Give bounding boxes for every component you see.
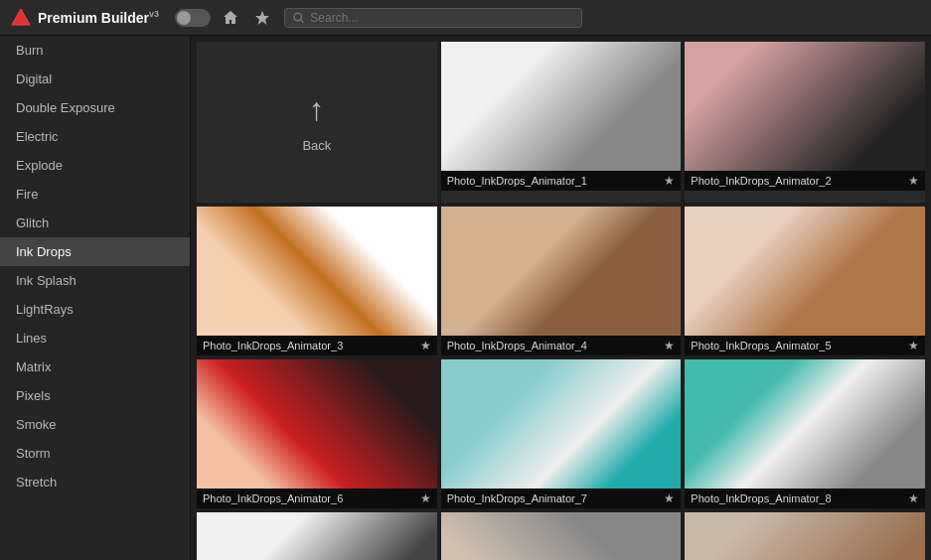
sidebar-item-lines[interactable]: Lines [0, 324, 190, 352]
svg-point-2 [294, 13, 302, 21]
item-star-icon[interactable]: ★ [908, 339, 919, 352]
grid-item-item-11[interactable]: Photo_InkDrops_Animator_11 ★ [685, 512, 925, 560]
item-name: Photo_InkDrops_Animator_1 [447, 175, 587, 187]
search-input[interactable] [310, 11, 573, 25]
sidebar-item-burn[interactable]: Burn [0, 36, 190, 65]
item-thumbnail [197, 512, 437, 560]
sidebar-item-ink-splash[interactable]: Ink Splash [0, 266, 190, 295]
sidebar-item-explode[interactable]: Explode [0, 151, 190, 180]
app-header: Premium Builderv3 [0, 0, 931, 36]
item-thumbnail [685, 42, 925, 171]
logo-icon [10, 7, 32, 29]
item-name: Photo_InkDrops_Animator_8 [691, 492, 831, 504]
sidebar: BurnDigitalDouble ExposureElectricExplod… [0, 36, 191, 560]
svg-marker-1 [255, 11, 269, 25]
main-layout: BurnDigitalDouble ExposureElectricExplod… [0, 36, 931, 560]
item-star-icon[interactable]: ★ [908, 174, 919, 188]
sidebar-item-matrix[interactable]: Matrix [0, 352, 190, 381]
item-thumbnail [441, 207, 682, 336]
item-name: Photo_InkDrops_Animator_2 [691, 175, 831, 187]
search-icon [293, 12, 304, 24]
sidebar-item-digital[interactable]: Digital [0, 65, 190, 93]
item-star-icon[interactable]: ★ [420, 339, 431, 352]
sidebar-item-stretch[interactable]: Stretch [0, 468, 190, 496]
header-controls [175, 8, 274, 28]
sidebar-item-electric[interactable]: Electric [0, 122, 190, 151]
item-thumbnail [441, 42, 682, 171]
sidebar-item-lightrays[interactable]: LightRays [0, 295, 190, 324]
sidebar-item-fire[interactable]: Fire [0, 180, 190, 209]
grid-item-item-5[interactable]: Photo_InkDrops_Animator_5 ★ [685, 207, 925, 355]
item-thumbnail [441, 359, 682, 489]
item-name: Photo_InkDrops_Animator_6 [203, 492, 343, 504]
item-label: Photo_InkDrops_Animator_8 ★ [685, 489, 925, 508]
search-bar[interactable] [284, 8, 582, 28]
item-star-icon[interactable]: ★ [908, 491, 919, 505]
svg-marker-0 [12, 9, 30, 25]
item-thumbnail [685, 359, 925, 489]
item-thumbnail [685, 207, 925, 336]
item-label: Photo_InkDrops_Animator_4 ★ [441, 336, 682, 355]
item-label: Photo_InkDrops_Animator_5 ★ [685, 336, 925, 355]
item-label: Photo_InkDrops_Animator_1 ★ [441, 171, 682, 191]
back-label: Back [302, 138, 331, 153]
item-name: Photo_InkDrops_Animator_5 [691, 340, 831, 351]
item-label: Photo_InkDrops_Animator_7 ★ [441, 489, 682, 508]
sidebar-item-pixels[interactable]: Pixels [0, 381, 190, 410]
favorites-button[interactable] [250, 8, 274, 28]
svg-line-3 [301, 19, 304, 22]
item-star-icon[interactable]: ★ [664, 339, 675, 352]
item-label: Photo_InkDrops_Animator_3 ★ [197, 336, 437, 355]
content-area: ↑ Back Photo_InkDrops_Animator_1 ★ Photo… [191, 36, 931, 560]
item-name: Photo_InkDrops_Animator_7 [447, 492, 587, 504]
grid-item-item-7[interactable]: Photo_InkDrops_Animator_7 ★ [441, 359, 682, 508]
item-thumbnail [441, 512, 682, 560]
app-title: Premium Builderv3 [38, 9, 159, 26]
toggle-switch[interactable] [175, 9, 211, 27]
grid-item-item-8[interactable]: Photo_InkDrops_Animator_8 ★ [685, 359, 925, 508]
sidebar-item-glitch[interactable]: Glitch [0, 209, 190, 237]
grid-item-item-2[interactable]: Photo_InkDrops_Animator_2 ★ [685, 42, 925, 203]
home-button[interactable] [219, 8, 242, 28]
item-label: Photo_InkDrops_Animator_6 ★ [197, 489, 437, 508]
back-arrow-icon: ↑ [309, 91, 325, 128]
item-thumbnail [197, 359, 437, 489]
grid-item-item-10[interactable]: Photo_InkDrops_Animator_10 ★ [441, 512, 682, 560]
sidebar-item-ink-drops[interactable]: Ink Drops [0, 237, 190, 266]
item-star-icon[interactable]: ★ [664, 491, 675, 505]
item-thumbnail [197, 207, 437, 336]
logo: Premium Builderv3 [10, 7, 159, 29]
item-star-icon[interactable]: ★ [420, 491, 431, 505]
content-grid: ↑ Back Photo_InkDrops_Animator_1 ★ Photo… [197, 42, 925, 560]
grid-item-item-1[interactable]: Photo_InkDrops_Animator_1 ★ [441, 42, 682, 203]
grid-item-item-6[interactable]: Photo_InkDrops_Animator_6 ★ [197, 359, 437, 508]
item-star-icon[interactable]: ★ [664, 174, 675, 188]
sidebar-item-double-exposure[interactable]: Double Exposure [0, 93, 190, 122]
sidebar-item-smoke[interactable]: Smoke [0, 410, 190, 439]
grid-item-item-9[interactable]: Photo_InkDrops_Animator_9 ★ [197, 512, 437, 560]
item-name: Photo_InkDrops_Animator_4 [447, 340, 587, 351]
item-name: Photo_InkDrops_Animator_3 [203, 340, 343, 351]
sidebar-item-storm[interactable]: Storm [0, 439, 190, 468]
item-thumbnail [685, 512, 925, 560]
grid-item-item-4[interactable]: Photo_InkDrops_Animator_4 ★ [441, 207, 682, 355]
item-label: Photo_InkDrops_Animator_2 ★ [685, 171, 925, 191]
grid-item-item-3[interactable]: Photo_InkDrops_Animator_3 ★ [197, 207, 437, 355]
back-button[interactable]: ↑ Back [197, 42, 437, 203]
